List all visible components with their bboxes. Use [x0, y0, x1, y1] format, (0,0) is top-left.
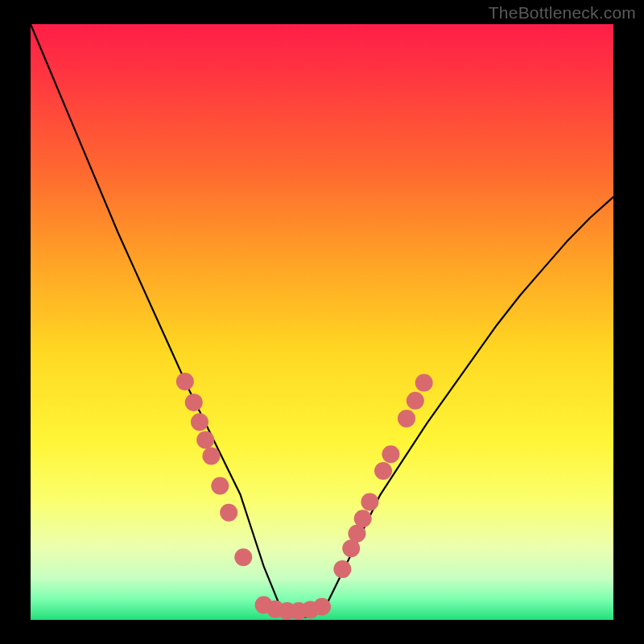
bottleneck-chart [0, 0, 644, 644]
data-marker [176, 373, 194, 390]
data-marker [407, 392, 424, 410]
data-marker [211, 477, 229, 495]
data-marker [361, 493, 378, 510]
chart-frame: TheBottleneck.com [0, 0, 644, 644]
data-marker [191, 413, 208, 431]
chart-plot-area [31, 24, 613, 620]
data-marker [196, 431, 214, 449]
data-marker [234, 548, 252, 566]
data-marker [313, 598, 331, 616]
data-marker [185, 394, 203, 411]
data-marker [354, 510, 372, 527]
data-marker [374, 462, 392, 480]
data-marker [415, 374, 433, 391]
watermark-text: TheBottleneck.com [489, 3, 636, 23]
data-marker [333, 560, 351, 578]
data-marker [220, 504, 237, 522]
data-marker [202, 448, 220, 465]
data-marker [398, 410, 415, 427]
data-marker [382, 445, 399, 463]
